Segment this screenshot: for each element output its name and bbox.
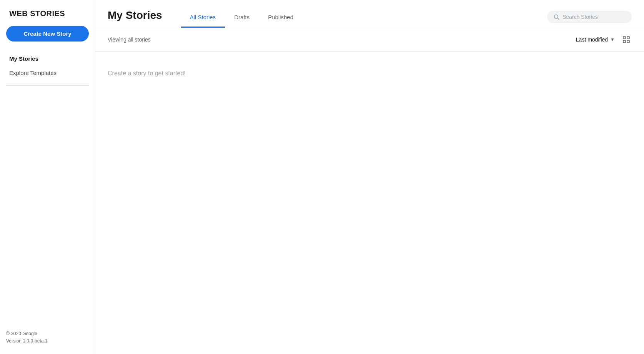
main-header: My Stories All Stories Drafts Published bbox=[95, 0, 644, 28]
page-title: My Stories bbox=[108, 9, 162, 28]
toolbar: Viewing all stories Last modified ▼ bbox=[95, 28, 644, 52]
toolbar-right: Last modified ▼ bbox=[576, 34, 632, 45]
sort-arrow-icon: ▼ bbox=[610, 37, 615, 42]
tab-drafts[interactable]: Drafts bbox=[225, 9, 259, 28]
sidebar-divider bbox=[6, 85, 89, 86]
svg-rect-5 bbox=[627, 40, 629, 43]
app-title: WEB STORIES bbox=[6, 9, 89, 18]
sort-label: Last modified bbox=[576, 37, 608, 43]
empty-state-message: Create a story to get started! bbox=[108, 70, 186, 77]
sidebar-item-explore-templates[interactable]: Explore Templates bbox=[6, 66, 89, 79]
create-new-story-button[interactable]: Create New Story bbox=[6, 26, 89, 42]
tab-published[interactable]: Published bbox=[259, 9, 303, 28]
main-content: My Stories All Stories Drafts Published bbox=[95, 0, 644, 354]
version-text: Version 1.0.0-beta.1 bbox=[6, 337, 47, 345]
svg-rect-2 bbox=[623, 37, 626, 39]
sidebar-footer: © 2020 Google Version 1.0.0-beta.1 bbox=[6, 330, 47, 345]
svg-rect-4 bbox=[623, 40, 626, 43]
search-input[interactable] bbox=[562, 14, 624, 20]
svg-line-1 bbox=[557, 18, 559, 20]
copyright-text: © 2020 Google bbox=[6, 330, 47, 337]
empty-state: Create a story to get started! bbox=[95, 52, 644, 354]
tabs-container: All Stories Drafts Published bbox=[181, 9, 547, 28]
sidebar: WEB STORIES Create New Story My Stories … bbox=[0, 0, 95, 354]
sidebar-nav: My Stories Explore Templates bbox=[6, 52, 89, 79]
viewing-label: Viewing all stories bbox=[108, 37, 151, 43]
search-container bbox=[547, 11, 632, 23]
sidebar-item-my-stories[interactable]: My Stories bbox=[6, 52, 89, 65]
search-icon bbox=[553, 14, 559, 20]
grid-view-toggle[interactable] bbox=[621, 34, 632, 45]
sort-select[interactable]: Last modified ▼ bbox=[576, 37, 615, 43]
tab-all-stories[interactable]: All Stories bbox=[181, 9, 225, 28]
svg-rect-3 bbox=[627, 37, 629, 39]
